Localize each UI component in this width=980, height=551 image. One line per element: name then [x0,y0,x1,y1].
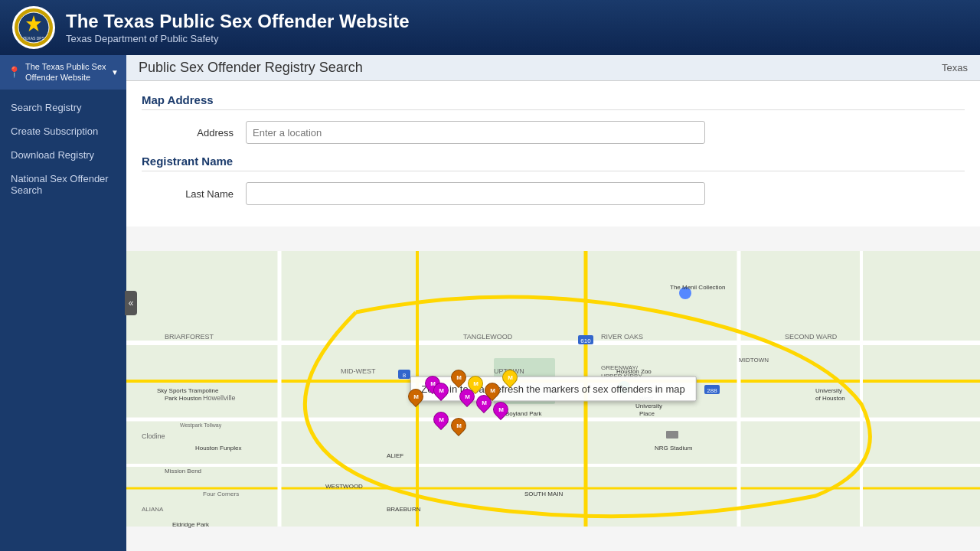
map-marker: M [433,412,449,427]
map-marker: M [451,370,466,385]
sidebar-dropdown-arrow: ▼ [111,68,119,77]
svg-text:RIVER OAKS: RIVER OAKS [601,333,643,341]
svg-text:ALIEF: ALIEF [387,452,403,459]
svg-text:UPPER KIRBY: UPPER KIRBY [601,373,642,380]
svg-text:BRIARFOREST: BRIARFOREST [165,333,214,341]
svg-rect-31 [578,335,593,344]
location-icon: 📍 [8,66,21,78]
last-name-input[interactable] [246,182,705,205]
svg-text:SECOND WARD: SECOND WARD [785,333,838,341]
svg-text:Houston Zoo: Houston Zoo [616,368,652,375]
dps-seal: TEXAS DPS [12,6,55,49]
texas-label: Texas [942,62,968,73]
svg-text:610: 610 [580,337,591,344]
svg-text:Place: Place [639,410,655,417]
svg-text:8: 8 [403,372,407,379]
map-marker: M [451,418,466,433]
svg-text:Park Houston: Park Houston [165,395,201,402]
sidebar-nav: Search Registry Create Subscription Down… [0,90,126,208]
header-text: The Texas Public Sex Offender Website Te… [66,11,410,44]
address-label: Address [142,127,234,139]
svg-text:of Houston: of Houston [815,395,845,402]
sidebar-location-text: The Texas Public Sex Offender Website [25,61,106,83]
svg-text:Eldridge Park: Eldridge Park [172,521,210,528]
svg-point-38 [679,287,691,299]
map-background: BRIARFOREST TANGLEWOOD RIVER OAKS SECOND… [126,227,980,551]
address-row: Address [142,121,965,144]
svg-text:Mission Bend: Mission Bend [165,468,201,474]
sidebar-item-national-search[interactable]: National Sex Offender Search [0,167,126,202]
map-marker: M [493,402,508,417]
sidebar-loc-line1: The Texas Public Sex [25,62,106,71]
top-bar: Public Sex Offender Registry Search Texa… [126,55,980,81]
svg-text:Sky Sports Trampoline: Sky Sports Trampoline [157,387,219,394]
map-area[interactable]: BRIARFOREST TANGLEWOOD RIVER OAKS SECOND… [126,227,980,551]
map-marker: M [408,389,423,404]
svg-rect-51 [666,431,678,439]
sidebar-loc-line2: Offender Website [25,73,90,82]
sidebar-item-search-registry[interactable]: Search Registry [0,96,126,119]
svg-text:NRG Stadium: NRG Stadium [655,445,693,452]
sidebar-location[interactable]: 📍 The Texas Public Sex Offender Website … [0,55,126,90]
header-subtitle: Texas Department of Public Safety [66,33,410,44]
svg-rect-3 [126,251,980,527]
main-content: Public Sex Offender Registry Search Texa… [126,55,980,551]
search-panel: Map Address Address Registrant Name Last… [126,81,980,227]
address-input[interactable] [246,121,705,144]
sidebar-collapse-button[interactable]: « [125,291,137,315]
svg-text:Howellville: Howellville [203,394,236,402]
svg-text:MID-WEST: MID-WEST [341,367,376,375]
last-name-row: Last Name [142,182,965,205]
svg-text:University: University [815,387,842,394]
svg-text:GREENWAY/: GREENWAY/ [601,364,639,371]
svg-text:SOUTH MAIN: SOUTH MAIN [524,491,563,497]
svg-text:Boyland Park: Boyland Park [505,410,543,417]
svg-text:ALIANA: ALIANA [142,506,164,513]
page-title: Public Sex Offender Registry Search [139,60,363,76]
registrant-name-title: Registrant Name [142,155,965,171]
svg-text:WESTWOOD: WESTWOOD [325,483,363,490]
svg-text:TEXAS DPS: TEXAS DPS [23,36,45,41]
svg-text:University: University [635,403,662,409]
svg-text:MIDTOWN: MIDTOWN [739,357,769,364]
svg-text:BRAEBURN: BRAEBURN [387,506,421,513]
sidebar: 📍 The Texas Public Sex Offender Website … [0,55,126,551]
map-address-title: Map Address [142,93,965,110]
svg-text:TANGLEWOOD: TANGLEWOOD [463,333,513,341]
svg-text:Houston Funplex: Houston Funplex [195,445,241,452]
map-marker: M [433,383,449,398]
svg-rect-33 [704,385,720,394]
svg-text:Four Corners: Four Corners [203,491,239,497]
svg-text:Clodine: Clodine [142,432,165,440]
body-wrap: 📍 The Texas Public Sex Offender Website … [0,55,980,551]
svg-text:West: West [639,395,654,402]
last-name-label: Last Name [142,188,234,200]
svg-text:🐾: 🐾 [621,385,628,392]
seal-icon: TEXAS DPS [17,11,51,44]
header: TEXAS DPS The Texas Public Sex Offender … [0,0,980,55]
svg-point-35 [618,381,630,393]
map-marker: M [502,370,518,385]
svg-text:Westpark Tollway: Westpark Tollway [180,422,222,429]
header-title: The Texas Public Sex Offender Website [66,11,410,33]
map-marker: M [468,376,483,391]
sidebar-item-download-registry[interactable]: Download Registry [0,143,126,167]
svg-rect-29 [398,370,410,379]
sidebar-item-create-subscription[interactable]: Create Subscription [0,119,126,143]
map-marker: M [485,383,500,398]
svg-text:The Menil Collection: The Menil Collection [670,284,725,291]
svg-text:288: 288 [707,387,717,394]
